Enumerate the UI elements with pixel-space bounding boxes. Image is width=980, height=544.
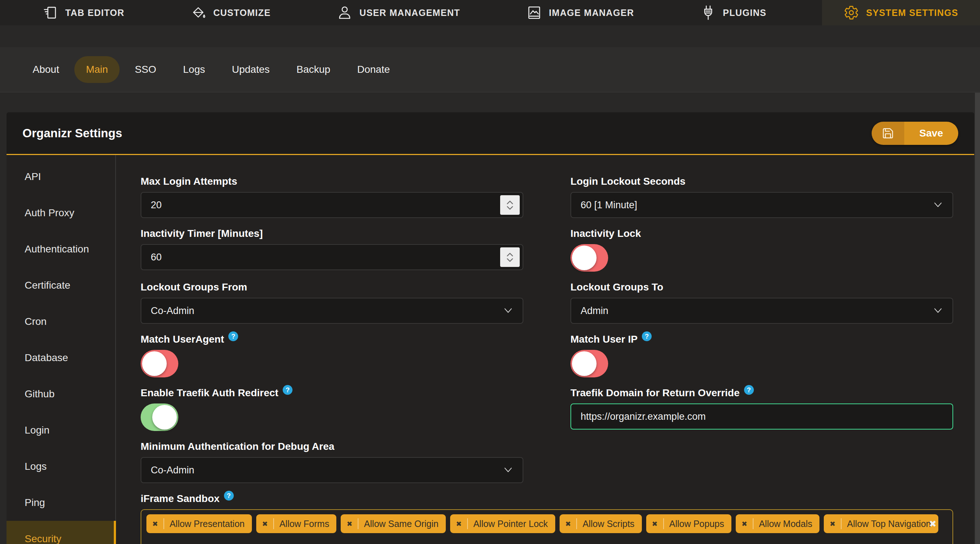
nav-item-plugins[interactable]: PLUGINS <box>690 0 777 25</box>
match-useragent-toggle[interactable] <box>141 350 178 377</box>
nav-item-tab-editor[interactable]: TAB EDITOR <box>32 0 135 25</box>
max-login-attempts-value[interactable] <box>151 200 513 211</box>
max-login-attempts-input[interactable] <box>141 192 523 218</box>
inactivity-lock-toggle[interactable] <box>570 244 608 272</box>
help-icon[interactable]: ? <box>283 385 293 395</box>
sidebar-item-api[interactable]: API <box>6 159 115 195</box>
paint-bucket-icon <box>191 5 206 20</box>
sidebar-item-github[interactable]: Github <box>6 376 115 412</box>
sidebar-item-login[interactable]: Login <box>6 412 115 448</box>
nav-item-image-manager[interactable]: IMAGE MANAGER <box>516 0 645 25</box>
tab-updates[interactable]: Updates <box>220 56 281 83</box>
nav-item-label: USER MANAGEMENT <box>360 8 460 18</box>
toggle-knob <box>152 405 177 430</box>
help-icon[interactable]: ? <box>224 491 234 501</box>
traefik-domain-value[interactable] <box>581 411 943 422</box>
nav-item-user-management[interactable]: USER MANAGEMENT <box>326 0 471 25</box>
tag-label: Allow Presentation <box>170 519 245 529</box>
tag-separator <box>841 518 842 529</box>
chevron-up-icon <box>506 200 514 205</box>
remove-tag-icon[interactable]: ✖ <box>456 520 462 528</box>
tab-about[interactable]: About <box>21 56 71 83</box>
scrollbar[interactable] <box>975 93 980 544</box>
tag-label: Allow Scripts <box>582 519 634 529</box>
remove-tag-icon[interactable]: ✖ <box>741 520 747 528</box>
sidebar-item-authentication[interactable]: Authentication <box>6 231 115 267</box>
tag-label: Allow Forms <box>280 519 329 529</box>
field-match-useragent: Match UserAgent ? <box>141 333 523 377</box>
security-settings-form: Max Login Attempts L <box>116 155 974 544</box>
tab-donate[interactable]: Donate <box>345 56 401 83</box>
iframe-sandbox-tags-input[interactable]: ✖ Allow Presentation ✖ Allow Forms ✖ <box>141 509 953 544</box>
chevron-up-icon <box>506 252 514 257</box>
field-label: Login Lockout Seconds <box>570 175 685 188</box>
remove-tag-icon[interactable]: ✖ <box>152 520 158 528</box>
number-stepper[interactable] <box>500 195 520 215</box>
tab-sso[interactable]: SSO <box>123 56 168 83</box>
tag-separator <box>164 518 164 529</box>
field-lockout-groups-to: Lockout Groups To Admin <box>570 281 953 324</box>
inactivity-timer-input[interactable] <box>141 244 523 270</box>
field-login-lockout-seconds: Login Lockout Seconds 60 [1 Minute] <box>570 175 953 218</box>
help-icon[interactable]: ? <box>744 385 754 395</box>
sidebar-item-security[interactable]: Security <box>6 521 116 544</box>
sandbox-tag: ✖ Allow Pointer Lock <box>450 514 555 533</box>
tag-separator <box>576 518 577 529</box>
field-lockout-groups-from: Lockout Groups From Co-Admin <box>141 281 523 324</box>
nav-item-customize[interactable]: CUSTOMIZE <box>180 0 281 25</box>
number-stepper[interactable] <box>500 247 520 267</box>
sidebar-item-database[interactable]: Database <box>6 340 115 376</box>
selected-value: 60 [1 Minute] <box>581 200 637 211</box>
sidebar-item-logs[interactable]: Logs <box>6 448 115 485</box>
remove-tag-icon[interactable]: ✖ <box>347 520 352 528</box>
help-icon[interactable]: ? <box>642 331 652 341</box>
tag-label: Allow Pointer Lock <box>473 519 548 529</box>
tab-backup[interactable]: Backup <box>285 56 342 83</box>
field-label: Max Login Attempts <box>141 175 237 188</box>
sidebar-item-ping[interactable]: Ping <box>6 485 115 521</box>
remove-tag-icon[interactable]: ✖ <box>830 520 835 528</box>
selected-value: Co-Admin <box>151 305 194 317</box>
remove-tag-icon[interactable]: ✖ <box>565 520 571 528</box>
panel-body: API Auth Proxy Authentication Certificat… <box>6 155 974 544</box>
save-icon-segment <box>872 122 904 145</box>
tag-label: Allow Top Navigation <box>847 519 931 529</box>
panel-header: Organizr Settings Save <box>6 112 974 155</box>
settings-tab-bar: About Main SSO Logs Updates Backup Donat… <box>0 47 980 92</box>
tab-logs[interactable]: Logs <box>172 56 217 83</box>
tag-label: Allow Popups <box>670 519 724 529</box>
tab-main[interactable]: Main <box>74 56 119 83</box>
lockout-groups-from-select[interactable]: Co-Admin <box>141 298 523 324</box>
sidebar-item-cron[interactable]: Cron <box>6 303 115 340</box>
nav-item-system-settings[interactable]: SYSTEM SETTINGS <box>822 0 980 25</box>
match-user-ip-toggle[interactable] <box>570 350 608 377</box>
save-button[interactable]: Save <box>872 122 958 145</box>
selected-value: Co-Admin <box>151 465 194 476</box>
organizr-settings-panel: Organizr Settings Save API Auth Proxy Au… <box>6 112 974 544</box>
inactivity-timer-value[interactable] <box>151 252 513 263</box>
chevron-down-icon <box>503 308 513 314</box>
traefik-domain-input[interactable] <box>570 403 953 430</box>
tag-separator <box>663 518 664 529</box>
login-lockout-seconds-select[interactable]: 60 [1 Minute] <box>570 192 953 218</box>
tab-editor-icon <box>43 5 58 20</box>
field-label: Lockout Groups To <box>570 281 663 293</box>
min-auth-debug-select[interactable]: Co-Admin <box>141 457 523 483</box>
tag-separator <box>273 518 274 529</box>
nav-item-label: PLUGINS <box>723 8 767 18</box>
help-icon[interactable]: ? <box>228 331 238 341</box>
field-inactivity-timer: Inactivity Timer [Minutes] <box>141 227 523 272</box>
sidebar-item-certificate[interactable]: Certificate <box>6 267 115 303</box>
remove-tag-icon[interactable]: ✖ <box>652 520 658 528</box>
chevron-down-icon <box>933 308 943 314</box>
sandbox-tag: ✖ Allow Forms <box>256 514 336 533</box>
sidebar-item-auth-proxy[interactable]: Auth Proxy <box>6 195 115 231</box>
field-inactivity-lock: Inactivity Lock <box>570 227 953 272</box>
tag-separator <box>467 518 468 529</box>
enable-traefik-auth-redirect-toggle[interactable] <box>141 403 178 431</box>
remove-tag-icon[interactable]: ✖ <box>262 520 268 528</box>
clear-tags-icon[interactable]: ✖ <box>929 519 937 529</box>
field-max-login-attempts: Max Login Attempts <box>141 175 523 218</box>
field-label: Match User IP <box>570 333 638 346</box>
lockout-groups-to-select[interactable]: Admin <box>570 298 953 324</box>
